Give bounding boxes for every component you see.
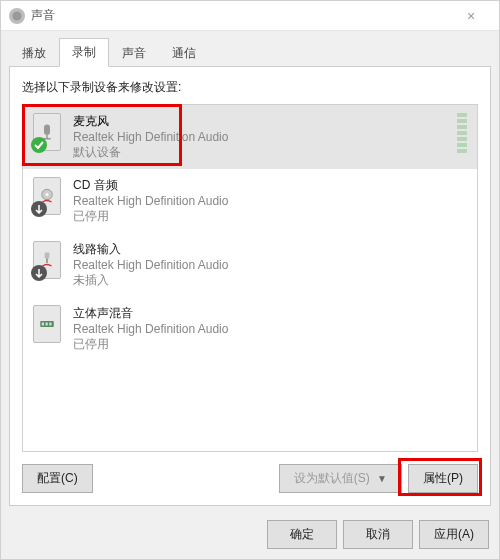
tab-sounds[interactable]: 声音 [109, 39, 159, 67]
device-list-wrap: 麦克风 Realtek High Definition Audio 默认设备 [22, 104, 478, 452]
device-desc: Realtek High Definition Audio [73, 130, 451, 144]
cancel-button[interactable]: 取消 [343, 520, 413, 549]
button-label: 属性(P) [423, 471, 463, 485]
svg-rect-6 [45, 253, 50, 259]
svg-point-0 [13, 11, 22, 20]
svg-rect-9 [42, 323, 44, 326]
device-icon-wrap [33, 177, 67, 215]
tab-strip: 播放 录制 声音 通信 [1, 31, 499, 66]
device-desc: Realtek High Definition Audio [73, 322, 467, 336]
device-row[interactable]: 麦克风 Realtek High Definition Audio 默认设备 [23, 105, 477, 169]
svg-rect-11 [49, 323, 51, 326]
button-label: 取消 [366, 527, 390, 541]
tab-label: 播放 [22, 46, 46, 60]
device-icon-wrap [33, 241, 67, 279]
check-badge-icon [31, 137, 47, 153]
svg-rect-10 [46, 323, 48, 326]
device-name: 立体声混音 [73, 305, 467, 322]
svg-rect-1 [44, 125, 50, 136]
tab-label: 录制 [72, 45, 96, 59]
window-title: 声音 [31, 7, 451, 24]
svg-rect-2 [46, 135, 48, 138]
device-row[interactable]: CD 音频 Realtek High Definition Audio 已停用 [23, 169, 477, 233]
button-label: 确定 [290, 527, 314, 541]
close-button[interactable]: × [451, 8, 491, 24]
device-status: 已停用 [73, 336, 467, 353]
down-arrow-badge-icon [31, 265, 47, 281]
svg-point-5 [46, 193, 49, 196]
device-name: 麦克风 [73, 113, 451, 130]
device-name: 线路输入 [73, 241, 467, 258]
level-meter [457, 113, 467, 153]
ok-button[interactable]: 确定 [267, 520, 337, 549]
device-icon-wrap [33, 305, 67, 343]
device-text: 线路输入 Realtek High Definition Audio 未插入 [73, 241, 467, 289]
tab-communications[interactable]: 通信 [159, 39, 209, 67]
panel-buttons: 配置(C) 设为默认值(S) ▼ 属性(P) [22, 464, 478, 493]
device-desc: Realtek High Definition Audio [73, 194, 467, 208]
tab-label: 声音 [122, 46, 146, 60]
button-label: 配置(C) [37, 471, 78, 485]
tab-panel: 选择以下录制设备来修改设置: 麦克风 Realtek High Definiti… [9, 66, 491, 506]
properties-button[interactable]: 属性(P) [408, 464, 478, 493]
device-icon-wrap [33, 113, 67, 151]
tab-playback[interactable]: 播放 [9, 39, 59, 67]
device-row[interactable]: 立体声混音 Realtek High Definition Audio 已停用 [23, 297, 477, 361]
configure-button[interactable]: 配置(C) [22, 464, 93, 493]
sound-dialog: 声音 × 播放 录制 声音 通信 选择以下录制设备来修改设置: 麦克风 [0, 0, 500, 560]
device-row[interactable]: 线路输入 Realtek High Definition Audio 未插入 [23, 233, 477, 297]
button-label: 应用(A) [434, 527, 474, 541]
tab-label: 通信 [172, 46, 196, 60]
apply-button[interactable]: 应用(A) [419, 520, 489, 549]
device-desc: Realtek High Definition Audio [73, 258, 467, 272]
tab-recording[interactable]: 录制 [59, 38, 109, 67]
device-name: CD 音频 [73, 177, 467, 194]
titlebar: 声音 × [1, 1, 499, 31]
set-default-button[interactable]: 设为默认值(S) ▼ [279, 464, 402, 493]
device-status: 默认设备 [73, 144, 451, 161]
device-text: 立体声混音 Realtek High Definition Audio 已停用 [73, 305, 467, 353]
device-list[interactable]: 麦克风 Realtek High Definition Audio 默认设备 [22, 104, 478, 452]
device-text: 麦克风 Realtek High Definition Audio 默认设备 [73, 113, 451, 161]
device-status: 未插入 [73, 272, 467, 289]
device-text: CD 音频 Realtek High Definition Audio 已停用 [73, 177, 467, 225]
svg-rect-7 [46, 259, 48, 264]
instruction-text: 选择以下录制设备来修改设置: [22, 79, 478, 96]
chevron-down-icon: ▼ [377, 473, 387, 484]
dialog-buttons: 确定 取消 应用(A) [1, 514, 499, 559]
app-icon [9, 8, 25, 24]
stereo-mix-icon [33, 305, 61, 343]
down-arrow-badge-icon [31, 201, 47, 217]
device-status: 已停用 [73, 208, 467, 225]
button-label: 设为默认值(S) [294, 471, 370, 485]
